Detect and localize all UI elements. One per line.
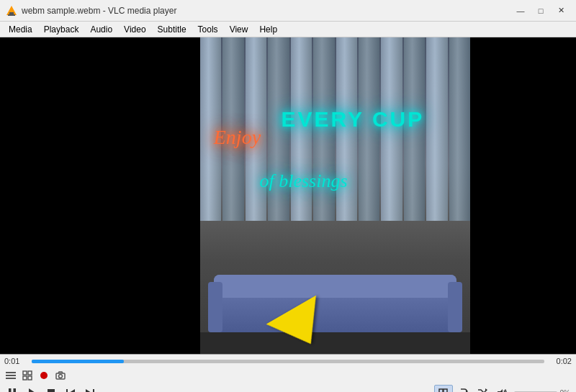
progress-section: 0:01 0:02 — [0, 355, 576, 368]
svg-marker-25 — [466, 389, 468, 392]
black-left-bar — [0, 37, 200, 354]
time-elapsed: 0:01 — [4, 357, 27, 365]
svg-rect-22 — [444, 389, 447, 393]
loop-button[interactable] — [454, 385, 472, 392]
svg-rect-4 — [6, 375, 16, 376]
title-bar: webm sample.webm - VLC media player — □ … — [0, 0, 576, 22]
play-button[interactable] — [22, 385, 41, 392]
volume-icon[interactable] — [492, 385, 511, 392]
neon-enjoy-text: Enjoy — [214, 126, 261, 149]
svg-marker-18 — [69, 389, 75, 392]
svg-rect-5 — [6, 378, 16, 379]
random-button[interactable] — [473, 385, 492, 392]
close-button[interactable]: ✕ — [552, 4, 570, 18]
svg-marker-29 — [498, 389, 503, 392]
sofa-right-arm — [448, 282, 462, 332]
menu-media[interactable]: Media — [3, 22, 38, 37]
svg-rect-2 — [8, 14, 15, 16]
video-background: Enjoy EVERY CUP of blessings — [200, 37, 470, 354]
neon-every-cup-text: EVERY CUP — [282, 107, 425, 132]
svg-rect-19 — [93, 389, 94, 392]
menu-audio[interactable]: Audio — [84, 22, 118, 37]
svg-rect-3 — [6, 372, 16, 373]
floor — [200, 332, 470, 354]
svg-rect-8 — [23, 376, 27, 380]
svg-point-10 — [40, 372, 48, 379]
sofa — [214, 275, 457, 332]
minimize-button[interactable]: — — [511, 4, 530, 18]
extended-settings-button[interactable] — [19, 368, 35, 383]
svg-rect-1 — [9, 12, 14, 14]
next-button[interactable] — [81, 385, 99, 392]
menu-view[interactable]: View — [224, 22, 254, 37]
progress-fill — [32, 360, 124, 363]
control-row-1 — [0, 368, 576, 383]
window-title: webm sample.webm - VLC media player — [22, 6, 511, 16]
sofa-area — [200, 221, 470, 354]
svg-rect-13 — [9, 388, 12, 392]
neon-blessings-text: of blessings — [260, 170, 348, 192]
volume-section: 0% — [492, 385, 570, 392]
svg-rect-21 — [439, 389, 443, 393]
svg-rect-14 — [14, 388, 17, 392]
menu-bar: Media Playback Audio Video Subtitle Tool… — [0, 22, 576, 37]
volume-label: 0% — [560, 389, 570, 393]
prev-button[interactable] — [61, 385, 80, 392]
maximize-button[interactable]: □ — [531, 4, 550, 18]
menu-help[interactable]: Help — [253, 22, 283, 37]
video-area: Enjoy EVERY CUP of blessings — [0, 37, 576, 354]
svg-rect-17 — [66, 389, 68, 392]
stop-button[interactable] — [42, 385, 60, 392]
snapshot-button[interactable] — [53, 368, 68, 383]
menu-tools[interactable]: Tools — [192, 22, 224, 37]
svg-marker-15 — [29, 388, 35, 392]
pause-button[interactable] — [3, 385, 22, 392]
record-button[interactable] — [36, 368, 52, 383]
svg-rect-9 — [28, 376, 32, 380]
menu-subtitle[interactable]: Subtitle — [152, 22, 192, 37]
app-icon — [6, 5, 17, 17]
window-controls: — □ ✕ — [511, 4, 570, 18]
playlist-button[interactable] — [3, 368, 19, 383]
black-right-bar — [470, 37, 576, 354]
control-row-2: 0% — [0, 383, 576, 392]
time-total: 0:02 — [549, 357, 572, 365]
sofa-back — [214, 275, 457, 298]
svg-rect-16 — [48, 389, 55, 392]
progress-bar[interactable] — [32, 360, 544, 363]
controls-area: 0:01 0:02 — [0, 354, 576, 392]
menu-playback[interactable]: Playback — [38, 22, 85, 37]
video-content: Enjoy EVERY CUP of blessings — [200, 37, 470, 354]
svg-rect-6 — [23, 371, 27, 375]
sofa-left-arm — [208, 282, 222, 332]
svg-point-12 — [59, 375, 63, 378]
fullscreen-button[interactable] — [434, 385, 453, 392]
svg-rect-7 — [28, 371, 32, 375]
menu-video[interactable]: Video — [118, 22, 151, 37]
svg-marker-20 — [86, 389, 91, 392]
